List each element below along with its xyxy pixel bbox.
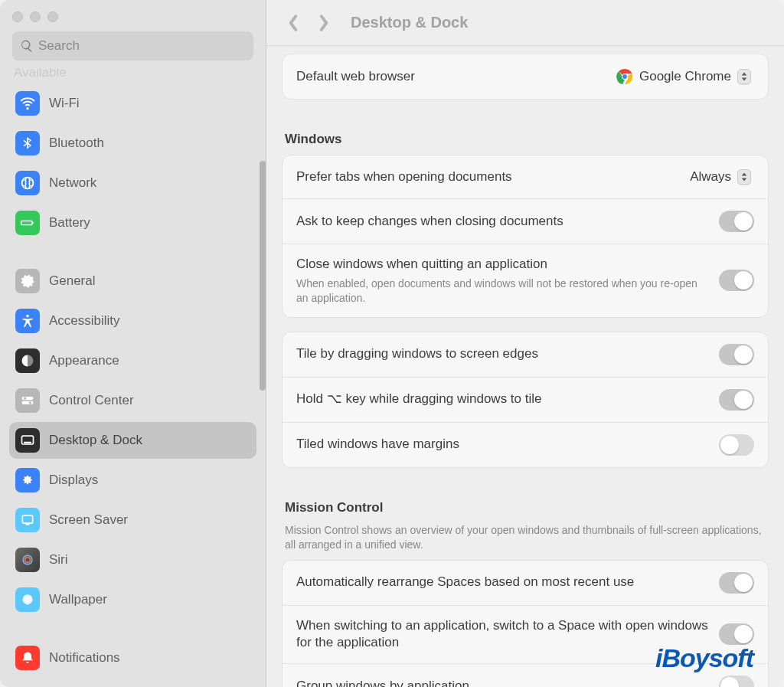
row-close-windows-quit: Close windows when quitting an applicati… bbox=[283, 244, 768, 317]
row-label: Hold ⌥ key while dragging windows to til… bbox=[296, 391, 710, 408]
minimize-window-icon[interactable] bbox=[30, 11, 41, 22]
watermark: iBoysoft bbox=[655, 643, 753, 673]
windows-card-2: Tile by dragging windows to screen edges… bbox=[282, 332, 769, 468]
chrome-icon bbox=[616, 68, 633, 85]
default-browser-row: Default web browser Google Chrome bbox=[283, 54, 768, 99]
sidebar-item-label: Accessibility bbox=[49, 313, 120, 329]
row-label: Prefer tabs when opening documents bbox=[296, 168, 673, 186]
nav-back-button[interactable] bbox=[285, 12, 302, 34]
sidebar-item-label: Wallpaper bbox=[49, 592, 107, 607]
main-content: Desktop & Dock Default web browser bbox=[266, 0, 784, 687]
sidebar-item-label: Desktop & Dock bbox=[49, 433, 142, 448]
notifications-icon bbox=[15, 646, 40, 670]
sidebar-item-label: Screen Saver bbox=[49, 512, 128, 528]
sidebar-item-bluetooth[interactable]: Bluetooth bbox=[9, 125, 256, 162]
zoom-window-icon[interactable] bbox=[47, 11, 58, 22]
sidebar-scroll: Available Wi-Fi Bluetooth Network bbox=[0, 68, 266, 687]
search-icon bbox=[20, 39, 34, 53]
row-label: Automatically rearrange Spaces based on … bbox=[296, 574, 710, 591]
sidebar: Available Wi-Fi Bluetooth Network bbox=[0, 0, 266, 687]
section-heading-windows: Windows bbox=[282, 113, 769, 155]
svg-rect-1 bbox=[22, 401, 34, 404]
toggle-close-windows-quit[interactable] bbox=[719, 270, 754, 291]
sidebar-scrollbar[interactable] bbox=[260, 161, 266, 391]
sidebar-item-label: Appearance bbox=[49, 353, 119, 368]
chevron-up-down-icon bbox=[737, 169, 751, 185]
sidebar-section-label: Available bbox=[9, 68, 256, 85]
toggle-ask-keep-changes[interactable] bbox=[719, 211, 754, 232]
sidebar-item-label: Battery bbox=[49, 215, 90, 231]
search-wrap bbox=[0, 31, 266, 68]
sidebar-item-label: Notifications bbox=[49, 650, 120, 666]
section-desc-mission-control: Mission Control shows an overview of you… bbox=[282, 523, 769, 560]
toggle-tile-margins[interactable] bbox=[719, 434, 754, 456]
row-label: Tile by dragging windows to screen edges bbox=[296, 345, 710, 363]
toggle-rearrange-spaces[interactable] bbox=[719, 572, 754, 594]
wallpaper-icon bbox=[15, 587, 40, 612]
toggle-switch-space[interactable] bbox=[719, 623, 754, 645]
row-tile-margins: Tiled windows have margins bbox=[283, 423, 768, 467]
sidebar-item-appearance[interactable]: Appearance bbox=[9, 342, 256, 379]
row-label: Ask to keep changes when closing documen… bbox=[296, 213, 710, 231]
sidebar-item-screen-saver[interactable]: Screen Saver bbox=[9, 502, 256, 538]
sidebar-item-wallpaper[interactable]: Wallpaper bbox=[9, 581, 256, 618]
toggle-tile-edges[interactable] bbox=[719, 344, 754, 365]
close-window-icon[interactable] bbox=[12, 11, 23, 22]
appearance-icon bbox=[15, 348, 40, 373]
sidebar-list: Wi-Fi Bluetooth Network Battery bbox=[9, 85, 256, 676]
popup-value: Google Chrome bbox=[639, 69, 731, 84]
svg-rect-6 bbox=[22, 515, 32, 523]
row-label: When switching to an application, switch… bbox=[296, 617, 710, 653]
svg-point-12 bbox=[622, 74, 627, 79]
chevron-up-down-icon bbox=[737, 69, 751, 84]
search-input[interactable] bbox=[38, 38, 246, 54]
sidebar-gap bbox=[9, 621, 256, 640]
sidebar-item-label: Network bbox=[49, 175, 96, 191]
default-browser-popup[interactable]: Google Chrome bbox=[609, 66, 754, 87]
svg-point-2 bbox=[24, 397, 26, 399]
sidebar-item-network[interactable]: Network bbox=[9, 165, 256, 201]
svg-rect-7 bbox=[26, 524, 30, 525]
main-scroll: Default web browser Google Chrome bbox=[266, 46, 784, 687]
row-label: Close windows when quitting an applicati… bbox=[296, 256, 710, 273]
sidebar-item-label: Siri bbox=[49, 552, 68, 568]
sidebar-item-label: Displays bbox=[49, 473, 98, 488]
toggle-hold-option[interactable] bbox=[719, 389, 754, 411]
row-rearrange-spaces: Automatically rearrange Spaces based on … bbox=[283, 561, 768, 606]
sidebar-item-control-center[interactable]: Control Center bbox=[9, 382, 256, 419]
displays-icon bbox=[15, 468, 40, 492]
window-controls bbox=[0, 0, 266, 31]
sidebar-item-label: Wi-Fi bbox=[49, 96, 80, 111]
bluetooth-icon bbox=[15, 131, 40, 155]
sidebar-item-displays[interactable]: Displays bbox=[9, 462, 256, 499]
accessibility-icon bbox=[15, 309, 40, 333]
svg-point-3 bbox=[29, 401, 31, 404]
sidebar-item-desktop-dock[interactable]: Desktop & Dock bbox=[9, 422, 256, 459]
sidebar-item-label: General bbox=[49, 273, 95, 289]
sidebar-item-accessibility[interactable]: Accessibility bbox=[9, 303, 256, 339]
sidebar-item-general[interactable]: General bbox=[9, 263, 256, 299]
svg-rect-0 bbox=[22, 397, 34, 400]
row-prefer-tabs: Prefer tabs when opening documents Alway… bbox=[283, 155, 768, 199]
sidebar-gap bbox=[9, 244, 256, 263]
default-browser-card: Default web browser Google Chrome bbox=[282, 54, 769, 100]
desktop-dock-icon bbox=[15, 428, 40, 453]
sidebar-item-battery[interactable]: Battery bbox=[9, 204, 256, 241]
main-header: Desktop & Dock bbox=[266, 0, 784, 46]
popup-value: Always bbox=[690, 169, 731, 185]
sidebar-item-siri[interactable]: Siri bbox=[9, 541, 256, 578]
sidebar-item-notifications[interactable]: Notifications bbox=[9, 640, 256, 676]
network-icon bbox=[15, 171, 40, 195]
toggle-group-windows[interactable] bbox=[719, 676, 754, 687]
control-center-icon bbox=[15, 388, 40, 413]
row-desc: When enabled, open documents and windows… bbox=[296, 276, 710, 306]
sidebar-item-wifi[interactable]: Wi-Fi bbox=[9, 85, 256, 122]
screen-saver-icon bbox=[15, 508, 40, 532]
windows-card-1: Prefer tabs when opening documents Alway… bbox=[282, 155, 769, 318]
svg-point-9 bbox=[25, 558, 31, 563]
sidebar-item-label: Bluetooth bbox=[49, 136, 104, 151]
page-title: Desktop & Dock bbox=[351, 14, 468, 31]
search-box[interactable] bbox=[12, 31, 253, 61]
nav-forward-button[interactable] bbox=[315, 12, 332, 34]
prefer-tabs-popup[interactable]: Always bbox=[682, 167, 754, 187]
